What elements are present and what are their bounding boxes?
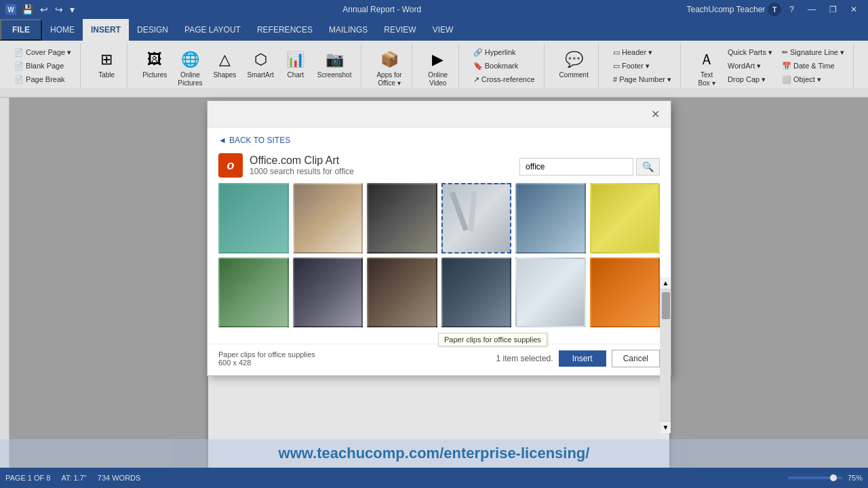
image-thumb-1[interactable] [218,183,289,253]
image-thumb-6[interactable] [590,183,660,253]
image-thumb-5[interactable] [515,183,586,253]
modal-footer: Paper clips for office supplies 600 x 42… [208,344,671,375]
scroll-up-button[interactable]: ▲ [660,277,671,289]
image-thumb-11[interactable] [515,258,586,328]
modal-titlebar: ✕ [208,101,671,127]
insert-button[interactable]: Insert [559,350,606,367]
back-to-sites-label: BACK TO SITES [229,136,290,145]
back-to-sites-link[interactable]: ◄ BACK TO SITES [218,136,660,145]
selected-item-name: Paper clips for office supplies [218,350,315,359]
image-thumb-10[interactable] [441,258,512,328]
scroll-track [660,289,671,421]
search-input[interactable] [519,158,633,176]
clip-art-modal: ✕ ◄ BACK TO SITES o Office.com Clip Art … [207,100,671,376]
clip-art-header: o Office.com Clip Art 1000 search result… [218,153,660,178]
selected-item-dimensions: 600 x 428 [218,359,315,367]
images-grid [218,183,660,327]
image-thumb-2[interactable] [293,183,363,253]
back-arrow-icon: ◄ [218,136,226,145]
image-thumb-4-selected[interactable] [441,183,512,253]
modal-overlay: ✕ ◄ BACK TO SITES o Office.com Clip Art … [0,0,868,488]
search-button[interactable]: 🔍 [636,158,660,176]
modal-close-button[interactable]: ✕ [648,106,663,121]
search-area: 🔍 [519,158,660,176]
svg-rect-1 [468,191,477,232]
svg-rect-0 [449,191,468,231]
image-thumb-7[interactable] [218,258,289,328]
grid-scrollbar[interactable]: ▲ ▼ [660,277,671,433]
selected-count-text: 1 item selected. [496,354,553,363]
image-thumb-12[interactable] [590,258,660,328]
office-logo: o [218,153,243,178]
image-thumb-3[interactable] [367,183,437,253]
scroll-down-button[interactable]: ▼ [660,421,671,433]
modal-footer-left: Paper clips for office supplies 600 x 42… [218,350,315,367]
clip-art-title: Office.com Clip Art [250,155,354,167]
image-thumb-8[interactable] [293,258,363,328]
pencils-svg [443,184,497,239]
scroll-thumb[interactable] [662,292,670,319]
clip-art-title-area: Office.com Clip Art 1000 search results … [250,155,354,176]
clip-art-subtitle: 1000 search results for office [250,167,354,176]
cancel-button[interactable]: Cancel [612,350,660,367]
modal-body: ◄ BACK TO SITES o Office.com Clip Art 10… [208,127,671,344]
image-thumb-9[interactable] [367,258,437,328]
